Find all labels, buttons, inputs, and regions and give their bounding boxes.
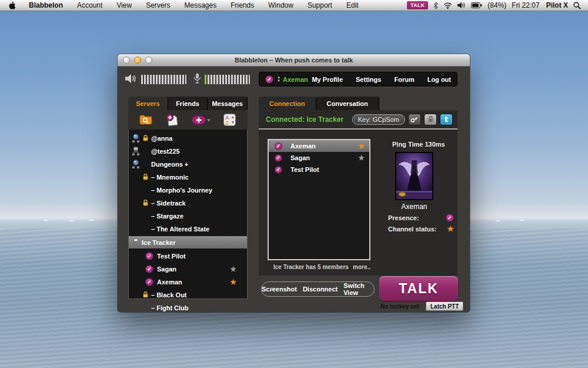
latch-ptt-button[interactable]: Latch PTT [426, 301, 463, 311]
lock-icon [141, 173, 150, 181]
minimize-button[interactable] [134, 57, 141, 64]
left-tab-bar: Servers Friends Messages [128, 97, 248, 110]
settings-link[interactable]: Settings [356, 76, 381, 83]
menu-window[interactable]: Window [261, 0, 300, 11]
connection-panel: Connected: Ice Tracker Key: GCpSom t ✓ A… [259, 110, 457, 276]
presence-check-icon: ✓ [145, 278, 153, 286]
member-count-summary: Ice Tracker has 5 members [273, 264, 349, 270]
channel-member-list: ✓ Axeman ★ ✓ Sagan ★ ✓ Test Pilot [268, 139, 370, 260]
member-row-test-pilot[interactable]: ✓ Test Pilot [269, 164, 369, 175]
channel-star-icon: ★ [230, 266, 236, 273]
menu-support[interactable]: Support [300, 0, 339, 11]
user-menu[interactable]: Pilot X [545, 1, 568, 9]
logout-link[interactable]: Log out [427, 76, 451, 83]
menu-bar: Blabbelon Account View Servers Messages … [0, 0, 588, 11]
server-item-dungeons[interactable]: Dungeons + [129, 158, 247, 170]
sort-az-icon[interactable]: AZ [223, 114, 237, 127]
talk-status-badge[interactable]: TALK [407, 1, 428, 9]
channel-item-fight-club[interactable]: – Fight Club [129, 302, 247, 313]
connection-status-text: Connected: Ice Tracker [266, 115, 343, 124]
talk-button[interactable]: TALK [379, 276, 458, 301]
tab-conversation[interactable]: Conversation [316, 97, 379, 110]
new-message-icon[interactable] [165, 114, 179, 127]
add-channel-icon[interactable] [191, 114, 211, 127]
input-level-meter[interactable] [205, 75, 250, 84]
lock-channel-button[interactable] [424, 114, 437, 125]
window-titlebar[interactable]: Blabblelon – When push comes to talk [118, 54, 470, 67]
menu-servers[interactable]: Servers [139, 0, 177, 11]
presence-check-icon: ✓ [275, 166, 282, 174]
my-profile-link[interactable]: My Profile [312, 76, 343, 83]
apple-menu-icon[interactable] [0, 1, 22, 10]
server-item-ice-tracker-selected[interactable]: Ice Tracker [129, 236, 247, 248]
output-level-meter[interactable] [141, 75, 186, 84]
zoom-button[interactable] [145, 57, 152, 64]
speaker-icon[interactable] [125, 74, 138, 86]
tab-connection[interactable]: Connection [259, 97, 316, 110]
channel-item-stargaze[interactable]: – Stargaze [129, 210, 247, 221]
channel-item-morphos-journey[interactable]: – Morpho's Journey [129, 184, 247, 195]
member-item-axeman[interactable]: ✓ Axeman ★ [129, 276, 247, 287]
server-item-test225[interactable]: @test225 [129, 145, 247, 157]
bluetooth-icon[interactable] [433, 2, 438, 9]
forum-link[interactable]: Forum [394, 76, 414, 83]
presence-check-icon: ✓ [275, 142, 282, 150]
channel-status-row: Channel status: ★ [388, 224, 454, 233]
globe-node-icon [131, 160, 141, 169]
dropdown-triangle-icon[interactable]: ▼ [269, 286, 274, 292]
channel-item-sidetrack[interactable]: – Sidetrack [129, 197, 247, 208]
channel-item-black-out[interactable]: – Black Out [129, 289, 247, 300]
channel-key-button[interactable]: Key: GCpSom [352, 114, 405, 125]
server-item-anna[interactable]: @anna [129, 132, 247, 144]
lock-icon [141, 199, 150, 207]
battery-icon[interactable] [471, 2, 482, 8]
channel-star-icon: ★ [230, 279, 236, 286]
menu-app-name[interactable]: Blabbelon [22, 0, 70, 11]
microphone-icon[interactable] [193, 73, 201, 87]
wifi-icon[interactable] [443, 2, 452, 9]
presence-check-icon: ✓ [145, 265, 153, 273]
twitter-button[interactable]: t [440, 114, 453, 125]
menu-friends[interactable]: Friends [223, 0, 261, 11]
member-row-sagan[interactable]: ✓ Sagan ★ [269, 152, 369, 164]
close-button[interactable] [123, 57, 130, 64]
member-item-sagan[interactable]: ✓ Sagan ★ [129, 263, 247, 274]
spotlight-search-icon[interactable] [573, 2, 581, 9]
search-server-folder-icon[interactable] [139, 114, 153, 127]
menu-messages[interactable]: Messages [178, 0, 224, 11]
ping-time: Ping Time 130ms [392, 141, 445, 148]
channel-star-icon: ★ [358, 142, 365, 150]
globe-node-icon [131, 134, 141, 143]
tab-friends[interactable]: Friends [168, 97, 208, 110]
action-button-group[interactable]: ▼ Screenshot Disconnect Switch View [261, 281, 375, 297]
channel-star-icon: ★ [447, 224, 454, 233]
volume-icon[interactable] [457, 2, 466, 9]
menu-view[interactable]: View [109, 0, 139, 11]
right-tab-bar: Connection Conversation [259, 97, 379, 110]
more-link[interactable]: more.. [353, 264, 370, 270]
audio-meters [125, 73, 250, 86]
lock-icon [141, 291, 150, 299]
presence-stepper[interactable]: ▲▼ [277, 76, 280, 82]
channel-item-altered-state[interactable]: – The Altered State [129, 223, 247, 234]
screenshot-button[interactable]: Screenshot [262, 286, 297, 293]
channel-item-mnemonic[interactable]: – Mnemonic [129, 171, 247, 183]
presence-check-icon: ✓ [145, 252, 153, 260]
tab-servers[interactable]: Servers [128, 97, 168, 110]
user-avatar-image [395, 152, 433, 200]
menu-clock[interactable]: Fri 22:07 [512, 1, 539, 9]
battery-percentage: (84%) [487, 1, 506, 9]
presence-check-icon[interactable]: ✓ [265, 75, 273, 84]
svg-text:Z: Z [226, 120, 229, 126]
presence-check-icon: ✓ [275, 154, 282, 162]
network-node-icon [131, 147, 141, 156]
switch-view-button[interactable]: Switch View [343, 282, 374, 296]
menu-edit[interactable]: Edit [339, 0, 366, 11]
disconnect-button[interactable]: Disconnect [303, 286, 338, 293]
network-node-icon [131, 238, 141, 247]
key-button[interactable] [408, 114, 421, 125]
menu-account[interactable]: Account [70, 0, 109, 11]
tab-messages[interactable]: Messages [208, 97, 248, 110]
member-item-test-pilot[interactable]: ✓ Test Pilot [129, 250, 247, 261]
member-row-axeman[interactable]: ✓ Axeman ★ [269, 140, 369, 152]
